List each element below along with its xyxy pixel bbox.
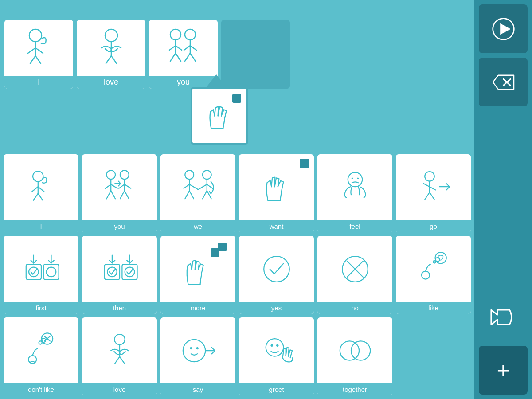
svg-point-0 [29, 29, 42, 42]
sentence-card-love[interactable]: love [77, 20, 145, 89]
svg-point-6 [105, 29, 117, 42]
svg-line-60 [430, 187, 436, 190]
svg-point-99 [266, 339, 283, 356]
grid-label-greet: greet [239, 383, 314, 395]
svg-line-94 [120, 356, 125, 363]
play-button[interactable] [479, 4, 528, 53]
want-dot [300, 159, 309, 168]
svg-line-4 [30, 56, 35, 63]
svg-line-21 [190, 46, 196, 50]
grid-card-want[interactable]: want [239, 154, 314, 232]
sentence-label-love: love [77, 76, 145, 89]
svg-point-103 [351, 341, 370, 360]
grid-label-I: I [4, 220, 78, 232]
svg-point-91 [114, 334, 125, 344]
svg-line-62 [430, 192, 434, 199]
svg-line-13 [176, 53, 181, 61]
grid-label-more: more [160, 302, 235, 314]
grid-label-you: you [82, 220, 157, 232]
svg-point-56 [357, 177, 359, 179]
grid-card-like[interactable]: like [396, 236, 471, 314]
svg-line-49 [202, 191, 207, 199]
svg-line-39 [124, 184, 130, 188]
svg-line-14 [169, 46, 176, 50]
grid-card-you[interactable]: you [82, 154, 157, 232]
grid-label-we: we [160, 220, 235, 232]
grid-card-love2[interactable]: love [82, 317, 157, 395]
add-button[interactable]: + [479, 346, 528, 395]
svg-line-24 [32, 187, 38, 192]
grid-label-go: go [396, 220, 471, 232]
back-button[interactable] [479, 293, 528, 341]
sentence-empty-slot[interactable] [221, 20, 290, 89]
svg-line-52 [198, 184, 207, 189]
grid-card-greet[interactable]: greet [239, 317, 314, 395]
svg-line-45 [184, 184, 189, 188]
grid-card-I[interactable]: I [4, 154, 78, 232]
svg-line-5 [35, 56, 41, 63]
svg-line-93 [115, 356, 120, 363]
sidebar: + [474, 0, 532, 399]
svg-point-22 [33, 171, 43, 181]
svg-line-3 [35, 48, 43, 53]
grid-card-then[interactable]: then [82, 236, 157, 314]
grid-label-no: no [317, 302, 392, 314]
grid-card-together[interactable]: together [317, 317, 392, 395]
svg-line-25 [38, 187, 44, 192]
svg-rect-70 [104, 264, 119, 279]
sentence-bar: I love [0, 0, 532, 89]
grid-label-love2: love [82, 383, 157, 395]
svg-point-55 [351, 177, 353, 179]
svg-point-102 [340, 341, 359, 360]
svg-point-77 [264, 256, 289, 282]
grid-card-first[interactable]: first [4, 236, 78, 314]
svg-point-67 [46, 267, 56, 277]
svg-line-37 [124, 191, 129, 199]
category-indicator [207, 74, 226, 87]
delete-button[interactable] [479, 58, 528, 106]
grid-card-no[interactable]: no [317, 236, 392, 314]
grid-card-more[interactable]: more [160, 236, 235, 314]
grid-card-yes[interactable]: yes [239, 236, 314, 314]
sentence-card-I[interactable]: I [4, 20, 73, 89]
grid-label-yes: yes [239, 302, 314, 314]
svg-line-8 [106, 56, 111, 63]
svg-line-9 [111, 56, 117, 63]
svg-point-96 [190, 347, 192, 349]
svg-line-18 [185, 53, 190, 61]
svg-rect-64 [26, 264, 41, 279]
svg-line-43 [185, 191, 189, 199]
grid-label-want: want [239, 220, 314, 232]
svg-line-33 [111, 184, 117, 188]
svg-point-54 [348, 172, 362, 186]
grid-card-say[interactable]: say [160, 317, 235, 395]
grid-card-dont-like[interactable]: don't like [4, 317, 78, 395]
svg-rect-72 [122, 264, 137, 279]
svg-point-97 [196, 347, 198, 349]
grid-card-we[interactable]: we [160, 154, 235, 232]
svg-point-73 [125, 267, 134, 277]
svg-marker-105 [500, 23, 511, 35]
svg-point-41 [185, 170, 194, 179]
svg-line-2 [28, 48, 35, 53]
svg-line-59 [423, 184, 430, 187]
grid-label-first: first [4, 302, 78, 314]
svg-line-26 [33, 193, 38, 200]
svg-line-32 [105, 184, 111, 188]
svg-point-10 [170, 29, 181, 40]
svg-point-82 [433, 261, 435, 263]
svg-point-95 [183, 339, 205, 361]
sentence-label-I: I [4, 76, 73, 89]
grid-card-go[interactable]: go [396, 154, 471, 232]
grid-label-say: say [160, 383, 235, 395]
active-category-card[interactable] [191, 87, 248, 145]
svg-line-27 [38, 193, 43, 200]
svg-point-81 [422, 271, 430, 279]
svg-point-16 [185, 29, 196, 40]
svg-line-61 [425, 192, 430, 199]
grid-label-together: together [317, 383, 392, 395]
grid-card-feel[interactable]: feel [317, 154, 392, 232]
grid-label-dont-like: don't like [4, 383, 78, 395]
svg-point-34 [120, 170, 129, 179]
svg-line-51 [207, 184, 212, 188]
